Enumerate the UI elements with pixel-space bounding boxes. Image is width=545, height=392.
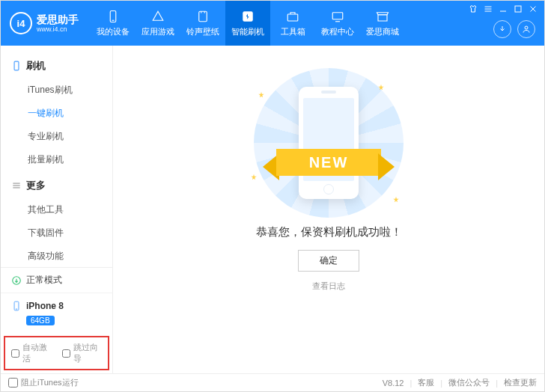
view-log-link[interactable]: 查看日志: [312, 281, 345, 292]
sidebar-item-onekey-flash[interactable]: 一键刷机: [1, 102, 112, 125]
checkbox-label: 阻止iTunes运行: [21, 377, 79, 388]
nav-label: 我的设备: [97, 26, 130, 37]
maximize-icon[interactable]: [513, 4, 523, 14]
tshirt-icon[interactable]: [468, 4, 478, 14]
logo: i4 爱思助手 www.i4.cn: [1, 12, 91, 34]
new-ribbon: NEW: [261, 143, 396, 184]
nav-label: 工具箱: [281, 26, 305, 37]
sidebar-group-label: 更多: [26, 179, 46, 192]
device-icon: [106, 10, 120, 23]
logo-title: 爱思助手: [37, 14, 79, 25]
toolbox-icon: [286, 10, 299, 23]
divider: |: [440, 379, 442, 388]
sidebar-group-flash: 刷机: [1, 56, 112, 79]
user-icon[interactable]: [517, 20, 535, 38]
device-info[interactable]: iPhone 8 64GB: [1, 293, 112, 331]
checkbox-input[interactable]: [11, 349, 19, 358]
nav-apps-games[interactable]: 应用游戏: [136, 1, 180, 46]
close-icon[interactable]: [528, 4, 538, 14]
version-label: V8.12: [383, 379, 404, 388]
footer: 阻止iTunes运行 V8.12 | 客服 | 微信公众号 | 检查更新: [1, 373, 544, 391]
download-icon[interactable]: [493, 20, 511, 38]
status-normal-mode[interactable]: 正常模式: [1, 268, 112, 293]
storage-badge: 64GB: [26, 316, 55, 325]
checkbox-label: 自动激活: [22, 342, 52, 364]
ribbon-text: NEW: [276, 149, 381, 176]
svg-rect-4: [287, 14, 298, 21]
checkbox-skip-guide[interactable]: 跳过向导: [62, 342, 103, 364]
apps-icon: [151, 10, 165, 23]
nav-tutorials[interactable]: 教程中心: [315, 1, 360, 46]
divider: |: [496, 379, 498, 388]
sidebar-item-batch-flash[interactable]: 批量刷机: [1, 148, 112, 171]
logo-badge: i4: [10, 12, 32, 34]
check-update-link[interactable]: 检查更新: [504, 377, 537, 388]
svg-rect-5: [332, 12, 343, 19]
success-illustration: NEW: [243, 76, 415, 210]
checkbox-block-itunes[interactable]: 阻止iTunes运行: [8, 377, 79, 388]
sidebar-item-other-tools[interactable]: 其他工具: [1, 198, 112, 221]
nav-label: 应用游戏: [141, 26, 174, 37]
wechat-link[interactable]: 微信公众号: [448, 377, 490, 388]
device-name-label: iPhone 8: [26, 301, 64, 311]
checkbox-auto-activate[interactable]: 自动激活: [11, 342, 52, 364]
sidebar-item-download-firmware[interactable]: 下载固件: [1, 221, 112, 245]
highlight-box: 自动激活 跳过向导: [4, 336, 109, 370]
nav-ringtones[interactable]: 铃声壁纸: [180, 1, 225, 46]
menu-icon[interactable]: [483, 4, 493, 14]
divider: |: [409, 379, 412, 388]
svg-rect-2: [199, 11, 207, 22]
confirm-button[interactable]: 确定: [298, 250, 359, 272]
logo-url: www.i4.cn: [37, 26, 79, 33]
store-icon: [376, 10, 389, 23]
sidebar-item-advanced[interactable]: 高级功能: [1, 245, 112, 267]
svg-rect-15: [14, 61, 19, 70]
sidebar-group-more: 更多: [1, 176, 112, 198]
flash-icon: [241, 10, 255, 23]
nav-smart-flash[interactable]: 智能刷机: [225, 1, 270, 46]
status-label: 正常模式: [26, 274, 62, 287]
success-message: 恭喜您，保资料刷机成功啦！: [256, 225, 402, 239]
sidebar: 刷机 iTunes刷机 一键刷机 专业刷机 批量刷机 更多 其他工具 下载固件 …: [1, 46, 113, 373]
checkbox-input[interactable]: [8, 378, 18, 388]
sidebar-group-label: 刷机: [26, 59, 46, 73]
nav-label: 教程中心: [321, 26, 354, 37]
svg-point-14: [525, 26, 528, 29]
nav-label: 铃声壁纸: [186, 26, 219, 37]
main-content: NEW 恭喜您，保资料刷机成功啦！ 确定 查看日志: [113, 46, 544, 373]
checkbox-input[interactable]: [62, 349, 70, 358]
nav-label: 智能刷机: [231, 26, 264, 37]
nav-my-device[interactable]: 我的设备: [91, 1, 136, 46]
svg-rect-11: [515, 6, 521, 12]
nav-label: 爱思商城: [366, 26, 399, 37]
sidebar-item-itunes-flash[interactable]: iTunes刷机: [1, 79, 112, 102]
ringtone-icon: [196, 10, 210, 23]
nav-store[interactable]: 爱思商城: [360, 1, 405, 46]
tutorial-icon: [331, 10, 344, 23]
minimize-icon[interactable]: [498, 4, 508, 14]
sidebar-item-pro-flash[interactable]: 专业刷机: [1, 125, 112, 148]
nav-toolbox[interactable]: 工具箱: [270, 1, 315, 46]
app-header: i4 爱思助手 www.i4.cn 我的设备 应用游戏 铃声壁纸 智能刷机: [1, 1, 544, 46]
support-link[interactable]: 客服: [418, 377, 434, 388]
checkbox-label: 跳过向导: [73, 342, 103, 364]
